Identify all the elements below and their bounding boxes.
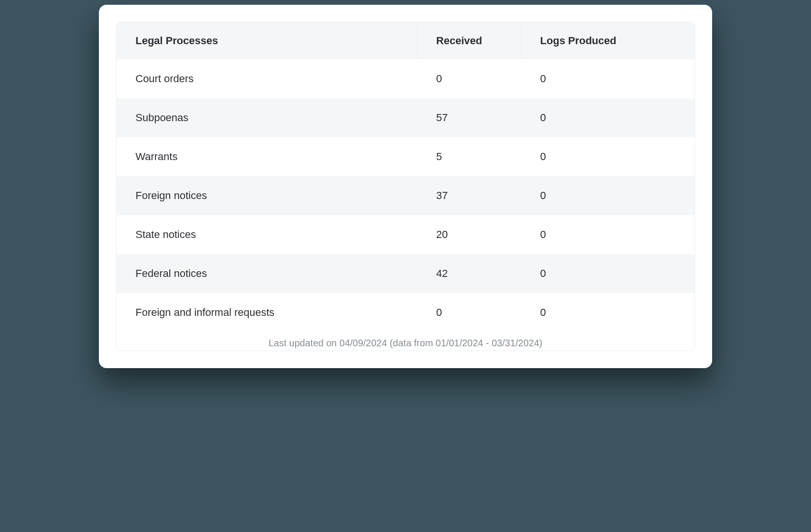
cell-process: Foreign and informal requests (116, 293, 417, 332)
cell-received: 5 (417, 137, 521, 176)
table-row: State notices 20 0 (116, 215, 695, 254)
cell-process: Court orders (116, 59, 417, 98)
cell-logs: 0 (521, 59, 695, 98)
cell-logs: 0 (521, 176, 695, 215)
table-row: Federal notices 42 0 (116, 254, 695, 293)
cell-logs: 0 (521, 293, 695, 332)
cell-received: 37 (417, 176, 521, 215)
cell-process: Warrants (116, 137, 417, 176)
cell-received: 20 (417, 215, 521, 254)
cell-process: Subpoenas (116, 98, 417, 137)
cell-received: 57 (417, 98, 521, 137)
table-wrapper: Legal Processes Received Logs Produced C… (116, 22, 695, 351)
table-row: Subpoenas 57 0 (116, 98, 695, 137)
cell-received: 42 (417, 254, 521, 293)
table-row: Foreign and informal requests 0 0 (116, 293, 695, 332)
cell-logs: 0 (521, 254, 695, 293)
col-header-process: Legal Processes (116, 22, 417, 59)
cell-process: Federal notices (116, 254, 417, 293)
cell-received: 0 (417, 293, 521, 332)
legal-processes-table: Legal Processes Received Logs Produced C… (116, 22, 695, 332)
cell-received: 0 (417, 59, 521, 98)
table-row: Foreign notices 37 0 (116, 176, 695, 215)
table-card: Legal Processes Received Logs Produced C… (99, 5, 712, 368)
cell-process: State notices (116, 215, 417, 254)
cell-logs: 0 (521, 137, 695, 176)
table-row: Warrants 5 0 (116, 137, 695, 176)
col-header-logs: Logs Produced (521, 22, 695, 59)
cell-logs: 0 (521, 215, 695, 254)
cell-process: Foreign notices (116, 176, 417, 215)
cell-logs: 0 (521, 98, 695, 137)
table-row: Court orders 0 0 (116, 59, 695, 98)
table-header-row: Legal Processes Received Logs Produced (116, 22, 695, 59)
table-footer-note: Last updated on 04/09/2024 (data from 01… (116, 332, 695, 351)
col-header-received: Received (417, 22, 521, 59)
